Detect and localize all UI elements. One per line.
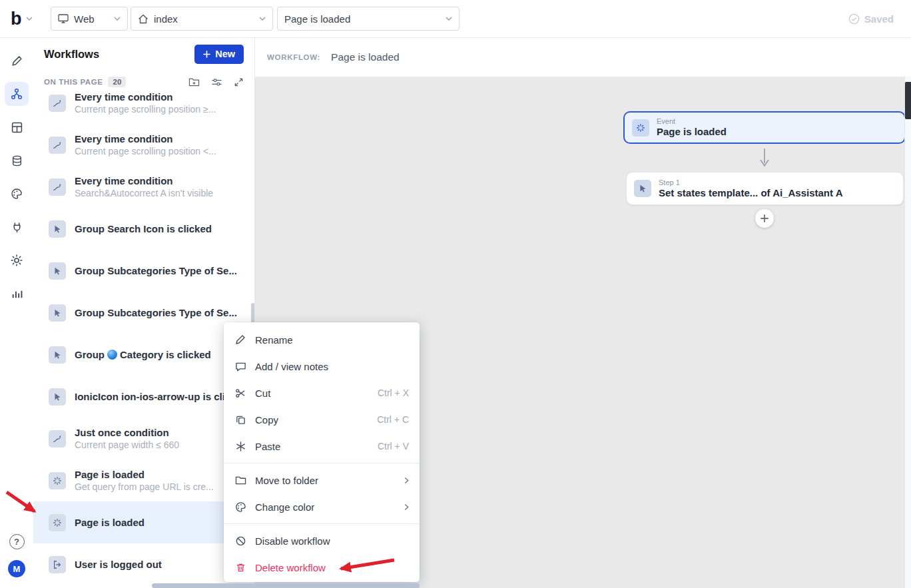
- cursor-icon: [49, 262, 66, 280]
- left-icon-rail: ? M: [0, 37, 33, 588]
- workflow-title: Just once condition: [75, 426, 179, 439]
- monitor-icon: [58, 14, 69, 23]
- add-folder-icon[interactable]: [188, 77, 200, 87]
- event-node[interactable]: Event Page is loaded: [623, 111, 906, 144]
- menu-item-add-view-notes[interactable]: Add / view notes: [224, 353, 420, 380]
- rail-item-layout[interactable]: [11, 111, 23, 144]
- rail-item-design[interactable]: [11, 44, 23, 77]
- chart-icon: [11, 288, 23, 300]
- panel-title: Workflows: [44, 48, 99, 61]
- add-step-button[interactable]: [755, 209, 774, 228]
- check-circle-icon: [848, 13, 860, 25]
- workflow-dropdown[interactable]: Page is loaded: [277, 7, 459, 31]
- platform-dropdown[interactable]: Web: [51, 7, 128, 31]
- workflow-list-item[interactable]: GroupCategory is clicked: [33, 334, 254, 376]
- menu-item-delete-workflow[interactable]: Delete workflow: [224, 554, 420, 581]
- top-bar: b Web index Page is loaded Saved: [0, 0, 911, 38]
- menu-item-label: Disable workflow: [255, 535, 330, 547]
- menu-item-label: Copy: [255, 414, 278, 426]
- workflow-list-item[interactable]: User is logged out: [33, 543, 254, 585]
- paste-icon: [234, 441, 246, 452]
- canvas-scrollbar[interactable]: [904, 77, 911, 588]
- rail-item-plugins[interactable]: [11, 210, 23, 244]
- workflow-title: Group Search Icon is clicked: [75, 222, 212, 235]
- workflow-title: Group Subcategories Type of Se...: [75, 264, 237, 277]
- workflow-list-item[interactable]: Group Subcategories Type of Se...: [33, 292, 254, 334]
- help-button[interactable]: ?: [9, 534, 25, 549]
- layout-icon: [11, 122, 23, 133]
- menu-item-copy[interactable]: Copy Ctrl + C: [224, 406, 420, 433]
- rail-item-settings[interactable]: [10, 244, 23, 277]
- workflow-title: IonicIcon ion-ios-arrow-up is cli...: [75, 390, 233, 403]
- canvas-scrollbar-thumb[interactable]: [905, 82, 911, 119]
- panel-section-header: ON THIS PAGE 20: [33, 71, 254, 93]
- menu-item-disable-workflow[interactable]: Disable workflow: [224, 527, 420, 554]
- chevron-down-icon: [446, 17, 452, 21]
- folder-icon: [234, 475, 246, 485]
- workflow-title: GroupCategory is clicked: [75, 348, 211, 361]
- cursor-icon: [49, 304, 66, 322]
- event-node-kind: Event: [657, 117, 727, 126]
- scissors-icon: [234, 388, 246, 399]
- app-window: b Web index Page is loaded Saved: [0, 0, 911, 588]
- workflow-list-item[interactable]: Every time conditionCurrent page scrolli…: [33, 93, 254, 124]
- chevron-right-icon: [404, 503, 409, 511]
- menu-item-label: Delete workflow: [255, 562, 326, 573]
- workflow-list-item[interactable]: IonicIcon ion-ios-arrow-up is cli...: [33, 376, 254, 418]
- expand-icon[interactable]: [234, 77, 244, 87]
- workflow-list-item[interactable]: Just once conditionCurrent page width ≤ …: [33, 418, 254, 459]
- workflow-icon: [5, 82, 29, 106]
- rail-item-data[interactable]: [11, 144, 23, 177]
- workflow-list-item[interactable]: Group Search Icon is clicked: [33, 208, 254, 250]
- step-node-kind: Step 1: [659, 178, 842, 187]
- workflow-title: Page is loaded: [75, 468, 214, 481]
- workflow-header-label: WORKFLOW:: [267, 53, 320, 61]
- menu-item-rename[interactable]: Rename: [224, 326, 420, 353]
- step-node-title: Set states template... of Ai_Assistant A: [659, 187, 842, 199]
- workflow-list-item[interactable]: Group Subcategories Type of Se...: [33, 250, 254, 292]
- bubble-logo: b: [11, 10, 22, 28]
- filter-icon[interactable]: [211, 77, 222, 87]
- rail-bottom: ? M: [0, 534, 33, 577]
- workflow-title: Every time condition: [75, 174, 213, 187]
- workflow-title: Page is loaded: [75, 516, 145, 529]
- rail-item-styles[interactable]: [11, 177, 23, 210]
- rail-item-workflows[interactable]: [5, 77, 29, 111]
- section-label: ON THIS PAGE: [44, 78, 103, 86]
- menu-item-shortcut: Ctrl + V: [378, 441, 409, 451]
- horizontal-scrollbar-thumb[interactable]: [152, 583, 420, 588]
- workflow-dropdown-value: Page is loaded: [284, 13, 350, 25]
- user-avatar[interactable]: M: [8, 560, 25, 577]
- condition-icon: [49, 95, 66, 112]
- chevron-down-icon: [26, 17, 33, 21]
- page-load-icon: [49, 472, 66, 489]
- panel-tools: [188, 77, 244, 87]
- save-status-label: Saved: [864, 13, 894, 25]
- menu-item-shortcut: Ctrl + X: [378, 388, 409, 398]
- workflow-subtitle: Current page scrolling position <...: [75, 145, 216, 157]
- workflow-list-item[interactable]: Page is loadedGet query from page URL is…: [33, 459, 254, 501]
- page-dropdown-value: index: [154, 13, 178, 25]
- app-logo-menu[interactable]: b: [0, 10, 51, 28]
- workflow-list-item[interactable]: Every time conditionSearch&Autocorrect A…: [33, 166, 254, 208]
- menu-item-change-color[interactable]: Change color: [224, 493, 420, 520]
- page-dropdown[interactable]: index: [131, 7, 273, 31]
- new-workflow-button[interactable]: New: [194, 45, 244, 64]
- chevron-right-icon: [404, 477, 409, 484]
- menu-item-paste[interactable]: Paste Ctrl + V: [224, 433, 420, 459]
- menu-item-cut[interactable]: Cut Ctrl + X: [224, 380, 420, 406]
- workflow-subtitle: Get query from page URL is cre...: [75, 481, 214, 493]
- pencil-icon: [234, 334, 246, 345]
- cursor-icon: [49, 388, 66, 406]
- workflow-list-item[interactable]: Every time conditionCurrent page scrolli…: [33, 124, 254, 166]
- workflow-context-menu: Rename Add / view notes Cut Ctrl + X Cop…: [224, 322, 420, 582]
- menu-item-shortcut: Ctrl + C: [377, 414, 409, 425]
- help-label: ?: [14, 537, 19, 547]
- menu-item-label: Rename: [255, 334, 293, 346]
- rail-item-logs[interactable]: [11, 277, 23, 310]
- step-node[interactable]: Step 1 Set states template... of Ai_Assi…: [626, 172, 904, 205]
- workflow-title: Every time condition: [75, 133, 216, 145]
- menu-item-move-to-folder[interactable]: Move to folder: [224, 467, 420, 493]
- workflow-title: Group Subcategories Type of Se...: [75, 306, 237, 319]
- workflow-list-item-selected[interactable]: Page is loaded: [33, 501, 254, 543]
